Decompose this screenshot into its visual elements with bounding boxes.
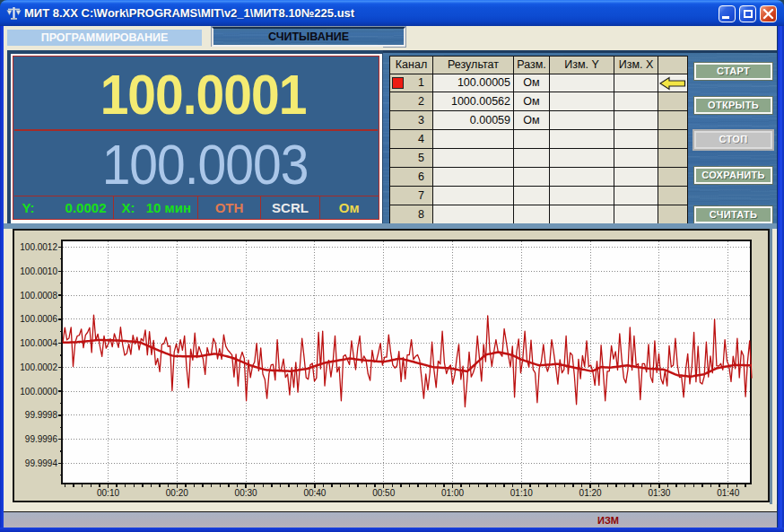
svg-text:00:40: 00:40 — [303, 488, 326, 498]
svg-text:100.0012: 100.0012 — [20, 242, 57, 252]
svg-text:100.0000: 100.0000 — [20, 387, 57, 397]
svg-text:100.0010: 100.0010 — [20, 266, 57, 276]
svg-text:100.0006: 100.0006 — [20, 314, 57, 324]
svg-text:00:30: 00:30 — [235, 488, 257, 498]
svg-text:01:30: 01:30 — [648, 488, 670, 498]
svg-text:100.0008: 100.0008 — [20, 291, 57, 301]
svg-text:100.0004: 100.0004 — [20, 338, 57, 348]
svg-text:99.9996: 99.9996 — [25, 434, 58, 444]
svg-text:00:20: 00:20 — [166, 488, 188, 498]
svg-text:01:40: 01:40 — [717, 488, 739, 498]
svg-text:00:10: 00:10 — [97, 488, 119, 498]
svg-text:99.9998: 99.9998 — [25, 410, 58, 420]
svg-text:01:10: 01:10 — [510, 488, 533, 498]
svg-text:01:00: 01:00 — [441, 488, 464, 498]
svg-text:99.9994: 99.9994 — [25, 458, 58, 468]
svg-text:01:20: 01:20 — [579, 488, 602, 498]
svg-text:00:50: 00:50 — [372, 488, 395, 498]
svg-text:100.0002: 100.0002 — [20, 362, 57, 372]
